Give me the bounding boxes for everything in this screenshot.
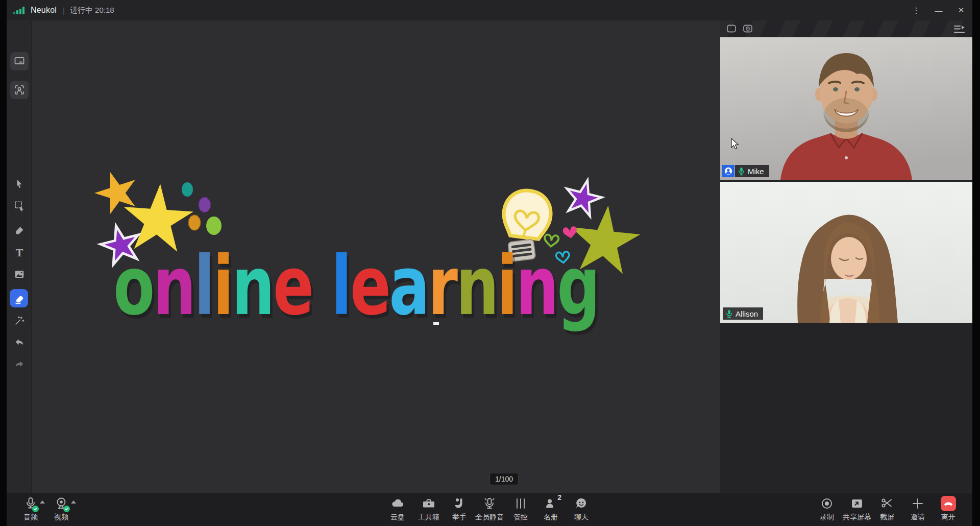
- art-letter: g: [557, 239, 598, 333]
- art-letter: i: [497, 239, 516, 333]
- art-letter: l: [331, 239, 350, 333]
- leave-button[interactable]: 离开: [932, 496, 965, 522]
- participant-name: Mike: [748, 167, 764, 176]
- pen-tool[interactable]: [12, 224, 27, 238]
- text-tool[interactable]: T: [12, 246, 27, 260]
- video-panel: Mike: [720, 20, 972, 493]
- participant-label-mike: Mike: [722, 165, 769, 177]
- leave-call-icon: [941, 496, 956, 511]
- video-panel-header: [720, 20, 972, 37]
- mike-video-feed: [720, 37, 972, 180]
- online-learning-wordart: online learning: [113, 246, 598, 326]
- dot-orange: [188, 215, 201, 230]
- meeting-status: 进行中 20:18: [70, 6, 114, 15]
- app-name: Neukol: [31, 6, 57, 15]
- roster-person-icon: [545, 497, 557, 510]
- text-tool-icon: T: [16, 246, 23, 259]
- invite-button[interactable]: 邀请: [901, 496, 934, 522]
- dot-purple: [199, 197, 211, 212]
- art-letter: o: [113, 239, 153, 333]
- eraser-mark: [433, 322, 439, 325]
- audio-button[interactable]: 音频: [14, 496, 47, 522]
- redo-button[interactable]: [12, 357, 27, 372]
- cloud-icon: [390, 497, 405, 510]
- allison-video-feed: [720, 182, 972, 323]
- participant-name: Allison: [736, 309, 758, 318]
- raise-hand-icon: [453, 497, 466, 510]
- minimize-button[interactable]: —: [927, 0, 950, 20]
- art-letter: a: [389, 239, 428, 333]
- sliders-icon: [514, 497, 527, 510]
- video-options-caret[interactable]: [71, 500, 76, 504]
- select-tool[interactable]: [12, 177, 27, 191]
- video-on-check-icon: [63, 506, 70, 512]
- redo-icon: [14, 359, 25, 370]
- magic-wand-icon: [14, 315, 25, 326]
- marker-pen-icon: [14, 225, 25, 236]
- art-letter: n: [456, 239, 497, 333]
- collapse-panel-icon[interactable]: [954, 24, 965, 34]
- art-letter: [312, 239, 331, 333]
- magic-tool[interactable]: [12, 314, 27, 328]
- eraser-icon: [13, 292, 25, 304]
- bottom-toolbar: 音频 视频 云盘: [7, 493, 972, 526]
- plus-icon: [911, 497, 924, 510]
- scissors-icon: [880, 497, 894, 510]
- dot-green: [206, 217, 222, 235]
- art-letter: n: [232, 239, 273, 333]
- page-indicator: 1/100: [489, 473, 519, 485]
- marquee-select-icon: [14, 200, 25, 211]
- image-icon: [14, 269, 25, 280]
- audio-on-check-icon: [32, 506, 39, 512]
- whiteboard-mode-button[interactable]: [10, 52, 29, 70]
- whiteboard-sidebar: T: [7, 20, 31, 493]
- video-tile-mike[interactable]: Mike: [720, 37, 972, 180]
- art-letter: e: [273, 239, 312, 333]
- host-badge-icon: [722, 165, 734, 177]
- person-focus-icon: [13, 84, 26, 96]
- art-letter: r: [428, 239, 456, 333]
- heart-pink: [562, 226, 578, 239]
- undo-button[interactable]: [12, 336, 27, 350]
- screenshot-button[interactable]: 截屏: [871, 496, 903, 522]
- participant-label-allison: Allison: [723, 307, 763, 320]
- marquee-select-tool[interactable]: [12, 199, 27, 213]
- timer-view-icon[interactable]: [743, 24, 753, 33]
- mic-on-icon: [738, 167, 745, 176]
- app-window: Neukol | 进行中 20:18 ⋮ — ✕: [0, 0, 980, 526]
- eraser-tool-active[interactable]: [10, 289, 28, 307]
- share-screen-icon: [850, 497, 864, 510]
- video-button[interactable]: 视频: [45, 496, 78, 522]
- toolbox-icon: [422, 497, 435, 510]
- mic-on-icon: [726, 309, 732, 318]
- more-menu-button[interactable]: ⋮: [905, 0, 927, 20]
- undo-icon: [14, 337, 25, 348]
- art-letter: e: [350, 239, 389, 333]
- star-purple-right: [562, 176, 605, 218]
- art-letter: n: [153, 239, 194, 333]
- signal-strength-icon: [13, 7, 24, 14]
- art-letter: l: [194, 239, 213, 333]
- art-letter: i: [213, 239, 232, 333]
- chat-button[interactable]: 聊天: [561, 496, 602, 522]
- art-letter: n: [516, 239, 557, 333]
- video-tile-allison[interactable]: Allison: [720, 182, 972, 323]
- close-button[interactable]: ✕: [950, 0, 972, 20]
- dot-teal: [182, 182, 193, 197]
- view-mode-icon[interactable]: [726, 24, 737, 33]
- mute-all-icon: [482, 497, 497, 510]
- chat-bubble-icon: [575, 497, 588, 510]
- title-bar: Neukol | 进行中 20:18 ⋮ — ✕: [7, 0, 972, 20]
- window-controls: ⋮ — ✕: [905, 0, 972, 20]
- whiteboard-canvas[interactable]: online learning 1/100: [31, 20, 720, 493]
- record-icon: [820, 497, 834, 510]
- cursor-select-icon: [14, 178, 25, 189]
- audio-options-caret[interactable]: [40, 500, 45, 504]
- title-separator: |: [63, 6, 65, 15]
- whiteboard-icon: [13, 55, 26, 67]
- image-tool[interactable]: [12, 267, 27, 281]
- focus-mode-button[interactable]: [10, 81, 29, 99]
